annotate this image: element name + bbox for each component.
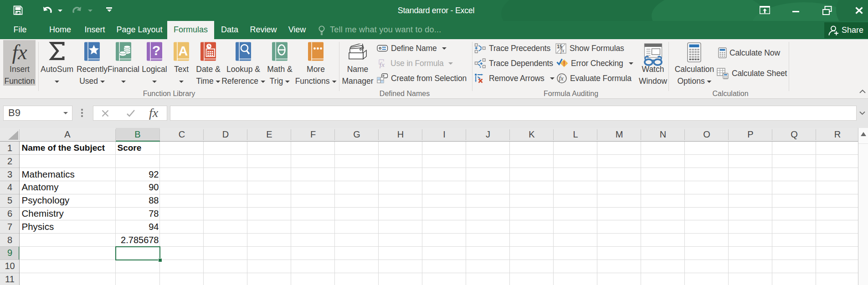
svg-text:A: A (179, 44, 188, 58)
svg-text:fx: fx (560, 47, 565, 54)
svg-text:fx: fx (380, 61, 385, 68)
svg-text:!: ! (563, 60, 565, 67)
svg-text:fx: fx (559, 75, 564, 82)
svg-text:?: ? (152, 43, 160, 58)
